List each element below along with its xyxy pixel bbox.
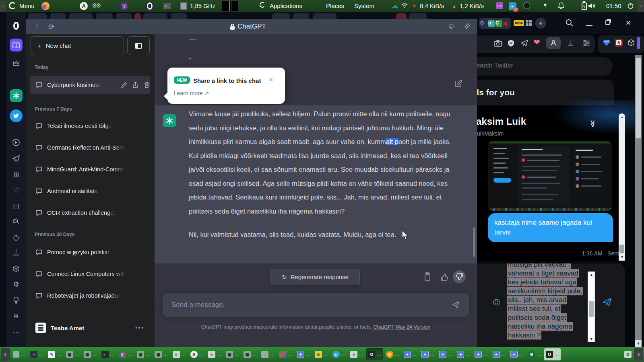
clock[interactable]: 01:50 xyxy=(606,2,621,9)
taskbar-window-video[interactable]: ▦... xyxy=(224,348,241,360)
news-icon[interactable]: ▤ xyxy=(10,200,23,212)
player-icon[interactable] xyxy=(10,136,23,149)
browser-tab[interactable] xyxy=(116,13,132,19)
minimize-button[interactable] xyxy=(586,25,592,26)
learn-more-link[interactable]: Learn more ↗ xyxy=(174,90,209,97)
power-icon[interactable] xyxy=(627,2,634,9)
twitter-sidebar-icon[interactable] xyxy=(10,109,23,122)
battery-icon[interactable]: ϟ xyxy=(582,2,587,10)
trash-icon[interactable] xyxy=(143,81,150,88)
network-signal-icon[interactable] xyxy=(391,2,399,10)
taskbar-window-document[interactable]: ≡... xyxy=(349,348,365,360)
scroll-thumb[interactable] xyxy=(636,58,641,138)
filters-sliders-icon[interactable] xyxy=(582,39,590,46)
taskbar-window-flower[interactable]: ... xyxy=(384,348,401,360)
dropdown-tray-icon[interactable]: ▼ xyxy=(543,2,548,8)
browser-tab[interactable] xyxy=(272,13,290,19)
browser-tab[interactable] xyxy=(313,13,336,19)
badge-5-extension-icon[interactable]: 5 xyxy=(615,39,623,47)
mate-menu-icon[interactable] xyxy=(9,2,16,9)
taskbar-window-download[interactable]: ↓... xyxy=(260,348,276,360)
extension-bar-icon[interactable] xyxy=(637,37,640,49)
collapse-sidebar-button[interactable] xyxy=(127,36,150,55)
browser-tab-alert[interactable] xyxy=(396,13,407,19)
taskbar-window-screenshot[interactable]: +... xyxy=(509,348,525,360)
wifi-icon[interactable] xyxy=(401,2,408,9)
taskbar-window-editor[interactable]: ✎... xyxy=(46,348,63,360)
popup-close-icon[interactable]: × xyxy=(269,76,273,84)
snapshot-camera-icon[interactable] xyxy=(494,40,502,47)
panel-collapse-right-button[interactable]: › xyxy=(638,0,644,12)
telegram-tray-icon[interactable]: ▸37 xyxy=(509,2,516,10)
shield-check-icon[interactable] xyxy=(508,39,514,47)
browser-tab[interactable] xyxy=(409,13,427,19)
taskbar-window-search[interactable]: A... xyxy=(189,348,205,360)
share-icon[interactable] xyxy=(132,81,139,88)
search-tool-icon[interactable]: A xyxy=(80,2,88,10)
taskbar-window-video[interactable]: ▦... xyxy=(242,348,258,360)
sidebar-item[interactable]: MindGuard: Anti-Mind-Control xyxy=(30,160,151,179)
close-button[interactable]: × xyxy=(623,18,634,28)
panel-collapse-left-button[interactable]: ‹ xyxy=(0,0,6,12)
taskbar-window-telegram[interactable]: ▸... xyxy=(331,348,347,360)
compose-scrollbar[interactable]: ▲ ▼ xyxy=(588,272,595,342)
search-icon[interactable] xyxy=(565,19,574,27)
history-clock-icon[interactable]: ◷ xyxy=(10,231,23,244)
account-row[interactable]: Teabe Amet xyxy=(35,323,84,333)
browser-tab-alert[interactable] xyxy=(134,13,141,19)
terminal-launcher-icon[interactable]: >_ xyxy=(163,2,171,10)
browser-tab[interactable] xyxy=(28,13,47,19)
settings-gears-icon[interactable]: ⚙⚙ xyxy=(92,2,100,9)
send-message-input[interactable] xyxy=(163,301,451,309)
taskbar-window-screenshot[interactable]: +... xyxy=(473,348,489,360)
mate-applications-icon[interactable] xyxy=(260,2,265,8)
scroll-down-icon[interactable]: ▼ xyxy=(635,340,642,347)
volume-icon[interactable] xyxy=(588,2,596,9)
tips-bulb-icon[interactable] xyxy=(10,294,23,306)
thumbs-down-icon[interactable] xyxy=(453,270,466,283)
c-tab-favicon[interactable]: C xyxy=(495,20,502,27)
favorites-heart-icon[interactable]: ♡ xyxy=(10,184,23,197)
taskbar-window-screenshot[interactable]: +... xyxy=(491,348,508,360)
chat-scrollbar[interactable] xyxy=(473,227,475,257)
sidebar-item[interactable]: Robotevajet ja robotivajadus xyxy=(30,286,151,305)
tab-tiling-icon[interactable] xyxy=(526,20,532,26)
browser-tab[interactable] xyxy=(293,13,309,19)
browser-tab[interactable] xyxy=(69,13,93,19)
scroll-thumb[interactable] xyxy=(589,301,594,317)
audio-tray-icon[interactable]: ‖·‖ xyxy=(496,2,503,9)
sidebar-item-cyberpunk[interactable]: Cyberpunk küsimuse xyxy=(30,76,151,94)
taskbar-window-video[interactable]: ▦... xyxy=(64,348,81,360)
taskbar-window-terminal[interactable]: >_... xyxy=(100,348,116,360)
bookmarks-reader-icon[interactable] xyxy=(10,39,23,51)
taskbar-window-screenshot[interactable]: +... xyxy=(438,348,454,360)
imdb-tab-favicon[interactable]: IMDb xyxy=(514,20,524,26)
add-panel-icon[interactable]: ⊞ xyxy=(10,310,23,323)
taskbar-window-video[interactable]: ▦... xyxy=(82,348,99,360)
thumbs-up-icon[interactable] xyxy=(440,273,449,282)
dm-shared-image[interactable] xyxy=(488,141,612,211)
panel-scrollbar[interactable]: ▼ xyxy=(635,55,642,347)
taskbar-window-screenshot[interactable]: +... xyxy=(402,348,419,360)
sidebar-item[interactable]: Cyberpunk küsimuse Andmeid ei säilitata. xyxy=(30,182,151,200)
tasklist-scroll-left[interactable]: ‹ xyxy=(1,348,10,361)
pi-tab-favicon[interactable]: π xyxy=(488,20,495,27)
scroll-up-icon[interactable]: ▲ xyxy=(590,273,593,277)
collapse-chevrons-icon[interactable]: >> xyxy=(588,120,597,126)
applications-menu[interactable]: Applications xyxy=(270,2,302,9)
pinboards-icon[interactable] xyxy=(10,215,23,228)
account-extension-active[interactable] xyxy=(546,37,561,49)
downloads-icon[interactable]: ↓ xyxy=(13,247,19,255)
sidebar-item[interactable]: Teksti ilmekas eesti tõlge. xyxy=(30,117,151,135)
scroll-up-icon[interactable]: ▲ xyxy=(620,115,624,119)
taskbar-window-desktop[interactable]: ... xyxy=(11,348,27,360)
cube-extension-icon[interactable] xyxy=(627,39,635,46)
copy-icon[interactable] xyxy=(423,272,431,282)
edit-message-icon[interactable] xyxy=(454,79,463,88)
tasklist-scroll-right[interactable]: › xyxy=(634,348,643,361)
taskbar-window-audio[interactable]: ◧... xyxy=(118,348,134,360)
settings-gear-icon[interactable]: ⚙ xyxy=(10,278,23,291)
gem-extension-icon[interactable] xyxy=(603,39,611,47)
pin-icon[interactable] xyxy=(464,23,471,30)
system-menu[interactable]: System xyxy=(354,2,374,9)
